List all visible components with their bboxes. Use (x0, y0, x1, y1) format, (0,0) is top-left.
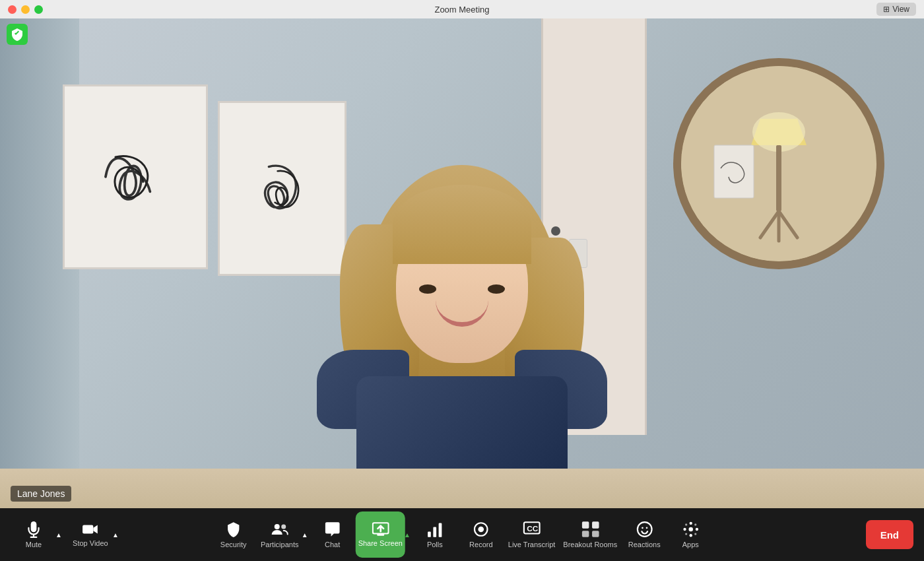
toolbar-left: Mute ▲ Stop Video ▲ (11, 512, 120, 558)
person-figure (304, 18, 620, 508)
title-bar: Zoom Meeting ⊞ View (0, 0, 924, 18)
svg-rect-23 (581, 531, 589, 537)
mute-button[interactable]: Mute (11, 512, 57, 558)
painting-left (63, 84, 208, 269)
window-controls (8, 5, 43, 14)
svg-point-11 (281, 525, 286, 529)
stop-video-label: Stop Video (73, 539, 108, 547)
mute-arrow[interactable]: ▲ (54, 531, 63, 539)
participants-arrow[interactable]: ▲ (300, 531, 310, 539)
svg-text:CC: CC (527, 524, 539, 533)
stop-video-arrow[interactable]: ▲ (111, 531, 120, 539)
svg-point-34 (694, 523, 696, 525)
chat-icon (324, 521, 341, 538)
participants-group: Participants ▲ (257, 512, 310, 558)
svg-point-29 (683, 528, 686, 531)
maximize-button[interactable] (34, 5, 43, 14)
svg-point-18 (478, 527, 484, 533)
polls-icon (427, 521, 443, 538)
share-screen-group: Share Screen ▲ (356, 512, 412, 558)
svg-rect-14 (428, 532, 431, 537)
stop-video-button[interactable]: Stop Video (67, 512, 114, 558)
svg-point-26 (642, 527, 644, 529)
microphone-icon (25, 521, 42, 538)
view-button[interactable]: ⊞ View (876, 3, 916, 16)
live-transcript-button[interactable]: CC Live Transcript (504, 512, 560, 558)
window-title: Zoom Meeting (434, 5, 489, 15)
mute-group: Mute ▲ (11, 512, 63, 558)
svg-rect-13 (377, 534, 384, 536)
close-button[interactable] (8, 5, 16, 14)
participants-label: Participants (261, 541, 298, 548)
security-icon (225, 521, 242, 538)
reactions-icon (636, 521, 653, 538)
reactions-button[interactable]: Reactions (621, 512, 667, 558)
share-screen-label: Share Screen (358, 539, 403, 547)
share-screen-button[interactable]: Share Screen (356, 512, 405, 558)
stop-video-group: Stop Video ▲ (67, 512, 120, 558)
participant-name-tag: Lane Jones (11, 486, 71, 502)
shield-badge (7, 24, 28, 45)
breakout-rooms-button[interactable]: Breakout Rooms (559, 512, 621, 558)
breakout-rooms-label: Breakout Rooms (563, 541, 617, 548)
participants-button[interactable]: Participants (257, 512, 303, 558)
smile (436, 300, 488, 327)
hair-top (393, 185, 531, 264)
svg-rect-21 (581, 521, 589, 529)
record-label: Record (469, 541, 492, 548)
reactions-label: Reactions (628, 541, 661, 548)
polls-label: Polls (427, 541, 443, 548)
participants-icon (271, 521, 289, 538)
apps-icon (682, 521, 699, 538)
security-button[interactable]: Security (211, 512, 257, 558)
svg-rect-24 (592, 531, 599, 537)
svg-point-32 (689, 534, 692, 537)
record-button[interactable]: Record (458, 512, 504, 558)
chat-label: Chat (325, 541, 340, 548)
svg-rect-16 (439, 523, 442, 537)
polls-button[interactable]: Polls (412, 512, 458, 558)
end-button[interactable]: End (866, 520, 913, 549)
svg-rect-15 (433, 527, 436, 537)
mirror (673, 58, 884, 269)
svg-point-35 (685, 533, 687, 535)
live-transcript-icon: CC (523, 521, 541, 538)
chat-button[interactable]: Chat (310, 512, 356, 558)
security-label: Security (220, 541, 247, 548)
video-camera-icon (82, 522, 99, 537)
toolbar-center: Security Participants ▲ (211, 512, 714, 558)
svg-rect-8 (681, 66, 876, 261)
video-area: Lane Jones (0, 18, 924, 508)
apps-label: Apps (682, 541, 699, 548)
svg-point-33 (685, 523, 687, 525)
svg-point-10 (275, 524, 280, 529)
share-screen-arrow[interactable]: ▲ (403, 531, 412, 539)
apps-button[interactable]: Apps (667, 512, 713, 558)
eye-left (419, 284, 436, 294)
mute-label: Mute (26, 541, 42, 548)
svg-point-28 (688, 527, 693, 532)
svg-point-36 (694, 533, 696, 535)
svg-point-30 (695, 528, 698, 531)
grid-icon: ⊞ (883, 5, 890, 14)
toolbar-right: End (866, 520, 913, 549)
share-screen-icon (372, 522, 389, 537)
toolbar: Mute ▲ Stop Video ▲ (0, 508, 924, 561)
svg-point-27 (645, 527, 647, 529)
breakout-rooms-icon (581, 521, 599, 538)
svg-rect-9 (82, 525, 93, 534)
svg-point-31 (689, 522, 692, 525)
couch (0, 469, 924, 508)
live-transcript-label: Live Transcript (508, 541, 556, 548)
record-icon (473, 521, 490, 538)
svg-rect-22 (592, 521, 599, 529)
eye-right (488, 284, 505, 294)
minimize-button[interactable] (21, 5, 30, 14)
